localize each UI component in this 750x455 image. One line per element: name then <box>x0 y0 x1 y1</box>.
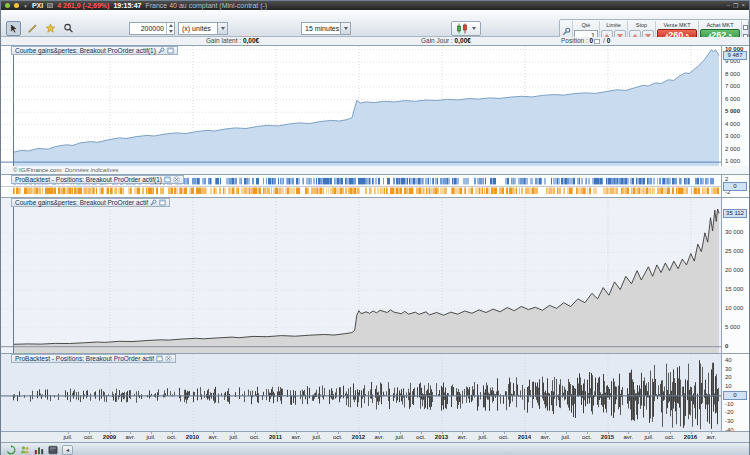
x-tick-label: juil. <box>644 434 653 440</box>
stop-label: Stop <box>636 22 647 28</box>
account-info-row: Gain latent : 0,00€ Gain Jour : 0,00€ Po… <box>1 37 749 45</box>
app-alert-icon <box>14 3 19 8</box>
quantity-unit-select[interactable]: (x) unités <box>178 22 228 35</box>
y-tick-label: 15 000 <box>725 286 743 293</box>
current-value-box: 35 112 <box>723 209 747 218</box>
equity2-chart-canvas[interactable] <box>1 198 721 353</box>
y-tick-label: -20 <box>725 409 734 416</box>
positions1-title-tab[interactable]: ProBacktest - Positions: Breakout ProOrd… <box>11 175 184 184</box>
settings-wrench-icon[interactable] <box>150 199 157 206</box>
x-tick-label: 2014 <box>518 434 531 440</box>
x-axis[interactable]: juil.oct.2009avr.juil.oct.2010avr.juil.o… <box>1 431 749 442</box>
users-icon[interactable] <box>20 445 30 455</box>
y-tick-label: 8 000 <box>725 71 740 78</box>
y-tick-label: 40 <box>725 357 732 364</box>
close-pane-icon[interactable] <box>165 355 172 362</box>
positions2-y-axis[interactable]: 40302010-10-20-30-400 <box>721 354 749 431</box>
positions2-title-tab[interactable]: ProBacktest - Positions: Breakout ProOrd… <box>11 354 176 363</box>
chevron-down-icon <box>217 23 227 34</box>
trading-window: ▼ PXI 4 261,0 (-2,69%) 19:15:47 France 4… <box>0 0 750 455</box>
pane-equity-curve-2: 30 00025 00020 00015 00010 0005 000035 1… <box>1 197 749 353</box>
minimize-button[interactable]: – <box>727 2 730 9</box>
x-tick-label: avr. <box>623 434 633 440</box>
quantity-value: 200000 <box>130 23 166 34</box>
y-tick-label: 2 000 <box>725 146 740 153</box>
data-attribution: © IG/Finance.com Données indicatives <box>1 166 749 174</box>
pane-positions-2: 40302010-10-20-30-400 ProBacktest - Posi… <box>1 353 749 431</box>
x-tick-label: 2016 <box>684 434 697 440</box>
positions2-chart-canvas[interactable] <box>1 354 721 431</box>
x-tick-label: juil. <box>146 434 155 440</box>
y-tick-label: 30 <box>725 366 732 373</box>
chart-mini-icon <box>47 3 53 8</box>
sell-mkt-label: Vente MKT <box>663 22 690 28</box>
title-bar: ▼ PXI 4 261,0 (-2,69%) 19:15:47 France 4… <box>1 1 749 10</box>
app-status-icon <box>5 3 10 8</box>
equity1-chart-canvas[interactable] <box>1 46 721 166</box>
instrument-code: PXI <box>32 2 43 9</box>
quote-time: 19:15:47 <box>113 2 141 9</box>
x-tick-label: oct. <box>84 434 94 440</box>
refresh-icon[interactable] <box>6 445 16 455</box>
indicator-tool-button[interactable] <box>43 21 58 36</box>
quantity-stepper[interactable] <box>166 23 174 34</box>
x-tick-label: oct. <box>665 434 675 440</box>
quantity-input[interactable]: 200000 <box>129 22 175 35</box>
y-tick-label: 25 000 <box>725 248 743 255</box>
x-tick-label: 2015 <box>601 434 614 440</box>
detach-window-icon[interactable] <box>156 355 163 362</box>
zoom-tool-button[interactable] <box>61 21 76 36</box>
gain-jour: Gain Jour : 0,00€ <box>421 37 471 45</box>
chart-icon[interactable] <box>34 445 44 455</box>
collapse-panel-button[interactable]: ◂ <box>62 445 73 455</box>
x-tick-label: oct. <box>167 434 177 440</box>
x-tick-label: oct. <box>499 434 509 440</box>
equity2-svg <box>1 198 721 353</box>
detach-window-icon[interactable] <box>167 47 174 54</box>
draw-tool-button[interactable] <box>25 21 40 36</box>
equity1-svg <box>1 46 721 166</box>
close-pane-icon[interactable] <box>173 176 180 183</box>
timeframe-select[interactable]: 15 minutes <box>301 22 351 35</box>
chevron-down-icon <box>472 27 476 30</box>
equity2-y-axis[interactable]: 30 00025 00020 00015 00010 0005 000035 1… <box>721 198 749 353</box>
positions1-y-axis[interactable]: 2-20 <box>721 175 749 197</box>
instrument-name: France 40 au comptant (Mini-contrat (-) <box>145 2 267 9</box>
maximize-button[interactable]: ❒ <box>733 2 738 9</box>
chart-type-button[interactable] <box>451 21 481 36</box>
workspace-icon[interactable] <box>48 445 58 455</box>
x-tick-label: oct. <box>582 434 592 440</box>
equity2-title-tab[interactable]: Courbe gains&pertes: Breakout ProOrder a… <box>11 198 170 207</box>
x-tick-label: 2011 <box>269 434 282 440</box>
quantity-unit-value: (x) unités <box>179 23 217 34</box>
star-icon <box>45 23 56 34</box>
y-tick-label: 0 <box>725 343 728 350</box>
timeframe-value: 15 minutes <box>302 23 340 34</box>
instrument-dropdown-caret[interactable]: ▼ <box>23 3 28 9</box>
detach-window-icon[interactable] <box>164 176 171 183</box>
x-tick-label: juil. <box>561 434 570 440</box>
equity1-title-tab[interactable]: Courbe gains&pertes: Breakout ProOrder a… <box>11 46 178 55</box>
detach-window-icon[interactable] <box>159 199 166 206</box>
position-box <box>594 39 600 44</box>
close-button[interactable]: × <box>741 2 745 9</box>
positions2-title: ProBacktest - Positions: Breakout ProOrd… <box>15 355 154 362</box>
limit-label: Limite <box>606 22 621 28</box>
x-tick-label: avr. <box>540 434 550 440</box>
cursor-tool-button[interactable] <box>6 21 21 36</box>
attribution-source: © IG/Finance.com <box>13 167 61 173</box>
x-tick-label: juil. <box>312 434 321 440</box>
x-tick-label: 2009 <box>103 434 116 440</box>
x-tick-label: 2012 <box>352 434 365 440</box>
x-tick-label: avr. <box>125 434 135 440</box>
x-tick-label: oct. <box>250 434 260 440</box>
status-bar: ◂ <box>1 442 749 455</box>
settings-wrench-icon[interactable] <box>158 47 165 54</box>
magnifier-icon <box>63 23 74 34</box>
chevron-down-icon <box>340 23 350 34</box>
stop-attached-checkbox[interactable] <box>743 25 748 30</box>
y-tick-label: 5 000 <box>725 108 740 115</box>
cursor-icon <box>8 23 19 34</box>
equity1-y-axis[interactable]: 10 0009 0008 0007 0006 0005 0004 0003 00… <box>721 46 749 166</box>
y-tick-label: 1 000 <box>725 158 740 165</box>
